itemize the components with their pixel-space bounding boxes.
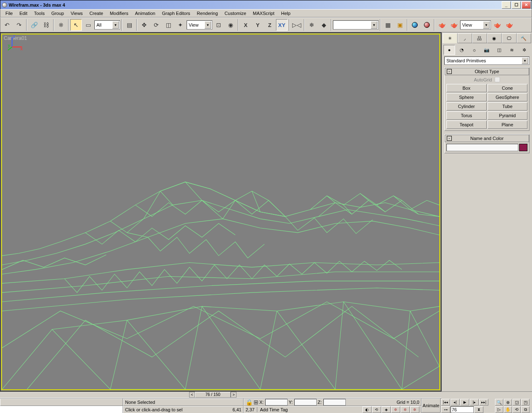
time-prev-button[interactable]: < (189, 392, 195, 398)
arc-rotate-button[interactable]: ⟲ (512, 406, 521, 413)
menu-help[interactable]: Help (278, 10, 294, 17)
snap-spinner[interactable]: ✲ (391, 406, 400, 413)
pan-button[interactable]: ✋ (504, 406, 512, 413)
prim-pyramid[interactable]: Pyramid (488, 111, 528, 120)
subcat-systems[interactable]: ✲ (518, 45, 530, 55)
center-button[interactable]: ◉ (225, 19, 236, 31)
fov-button[interactable]: ▷ (495, 406, 503, 413)
snap-toggle[interactable]: ◐ (362, 406, 372, 413)
object-name-input[interactable] (446, 144, 518, 151)
y-coord-input[interactable] (294, 399, 317, 406)
redo-button[interactable]: ↷ (13, 19, 25, 31)
render-scene-button[interactable]: 🫖 (436, 19, 448, 31)
manipulate-button[interactable]: ✦ (175, 19, 186, 31)
prim-tube[interactable]: Tube (488, 102, 528, 111)
menu-create[interactable]: Create (86, 10, 106, 17)
array-button[interactable]: ◆ (318, 19, 330, 31)
lock-icon[interactable]: 🔒 (246, 399, 253, 405)
goto-start-button[interactable]: |◂◂ (441, 399, 450, 406)
zoom-all-button[interactable]: ⊕ (504, 399, 512, 406)
tab-motion[interactable]: ◉ (487, 33, 502, 43)
next-frame-button[interactable]: |▸ (470, 399, 479, 406)
x-coord-input[interactable] (265, 399, 288, 406)
pivot-button[interactable]: ⊡ (213, 19, 224, 31)
schematic-view-button[interactable]: ▣ (394, 19, 406, 31)
menu-views[interactable]: Views (67, 10, 86, 17)
snap-angle[interactable]: ⟲ (372, 406, 381, 413)
select-region-button[interactable]: ▭ (82, 19, 94, 31)
tab-create[interactable]: ✳ (443, 33, 458, 43)
restrict-z-button[interactable]: Z (264, 19, 276, 31)
subcat-helpers[interactable]: ◫ (493, 45, 505, 55)
link-button[interactable]: 🔗 (28, 19, 40, 31)
quick-render-button[interactable]: 🫖 (491, 19, 503, 31)
zoom-button[interactable]: 🔍 (495, 399, 503, 406)
rotate-button[interactable]: ⟳ (150, 19, 162, 31)
subcat-spacewarps[interactable]: ≋ (506, 45, 517, 55)
zoom-extents-all-button[interactable]: ◳ (521, 399, 530, 406)
menu-animation[interactable]: Animation (132, 10, 159, 17)
prim-cone[interactable]: Cone (488, 84, 528, 92)
subcat-cameras[interactable]: 📷 (481, 45, 493, 55)
undo-button[interactable]: ↶ (1, 19, 13, 31)
material-editor-button[interactable] (409, 19, 421, 31)
menu-edit[interactable]: Edit (16, 10, 31, 17)
render-view-dropdown[interactable]: View ▼ (460, 20, 491, 30)
viewport[interactable]: Camera01 (1, 34, 440, 390)
prev-frame-button[interactable]: ◂| (451, 399, 460, 406)
current-frame-input[interactable] (451, 406, 474, 413)
coord-mode-icon[interactable]: ⊞ (254, 399, 259, 405)
primitive-class-dropdown[interactable]: Standard Primitives ▼ (444, 57, 530, 65)
z-coord-input[interactable] (323, 399, 346, 406)
selection-filter-dropdown[interactable]: All ▼ (94, 20, 120, 30)
listener-mini-input[interactable] (0, 406, 123, 413)
named-selection-dropdown[interactable]: ▼ (333, 20, 379, 30)
prim-teapot[interactable]: Teapot (446, 120, 487, 129)
track-view-button[interactable]: ▦ (382, 19, 394, 31)
goto-end-button[interactable]: ▸▸| (479, 399, 488, 406)
restrict-y-button[interactable]: Y (252, 19, 264, 31)
animate-button[interactable]: Animate (421, 398, 441, 413)
autogrid-checkbox[interactable] (495, 77, 500, 82)
scale-button[interactable]: ◫ (163, 19, 174, 31)
prim-sphere[interactable]: Sphere (446, 93, 487, 101)
maximize-button[interactable]: ☐ (512, 1, 521, 9)
time-slider[interactable]: 76 / 150 (195, 392, 231, 398)
bind-spacewarp-button[interactable]: ※ (55, 19, 67, 31)
menu-grapheditors[interactable]: Graph Editors (159, 10, 194, 17)
menu-rendering[interactable]: Rendering (194, 10, 222, 17)
mirror-button[interactable]: ❄ (306, 19, 318, 31)
tab-hierarchy[interactable]: 品 (472, 33, 487, 43)
subcat-shapes[interactable]: ◔ (456, 45, 468, 55)
tab-utilities[interactable]: 🔨 (517, 33, 532, 43)
snap-b[interactable]: ✲ (410, 406, 419, 413)
menu-tools[interactable]: Tools (31, 10, 48, 17)
menu-customize[interactable]: Customize (221, 10, 249, 17)
prim-geosphere[interactable]: GeoSphere (488, 93, 528, 101)
maximize-viewport-button[interactable]: ⧉ (521, 406, 530, 413)
prim-cylinder[interactable]: Cylinder (446, 102, 487, 111)
tab-modify[interactable]: ◞ (458, 33, 473, 43)
time-next-button[interactable]: > (231, 392, 236, 398)
menu-group[interactable]: Group (48, 10, 67, 17)
coord-space-dropdown[interactable]: View ▼ (187, 20, 212, 30)
render-last-button[interactable]: 🫖 (503, 19, 515, 31)
subcat-geometry[interactable]: ● (443, 45, 455, 55)
rollout-header[interactable]: - Object Type (445, 68, 529, 75)
render-type-button[interactable]: 🫖 (448, 19, 460, 31)
listener-mini-output[interactable] (0, 398, 123, 406)
prim-torus[interactable]: Torus (446, 111, 487, 120)
zoom-extents-button[interactable]: ◲ (512, 399, 521, 406)
time-config-button[interactable]: ⧗ (474, 406, 483, 413)
add-time-tag[interactable]: Add Time Tag (257, 407, 288, 412)
menu-file[interactable]: File (2, 10, 16, 17)
select-button[interactable]: ↖ (70, 19, 82, 31)
menu-modifiers[interactable]: Modifiers (106, 10, 132, 17)
tab-display[interactable]: 🖵 (502, 33, 517, 43)
restrict-x-button[interactable]: X (240, 19, 251, 31)
material-browser-button[interactable] (421, 19, 433, 31)
close-button[interactable]: ✕ (522, 1, 531, 9)
prim-plane[interactable]: Plane (488, 120, 528, 129)
play-button[interactable]: ▶ (460, 399, 469, 406)
key-mode-button[interactable]: ⊶ (441, 406, 450, 413)
